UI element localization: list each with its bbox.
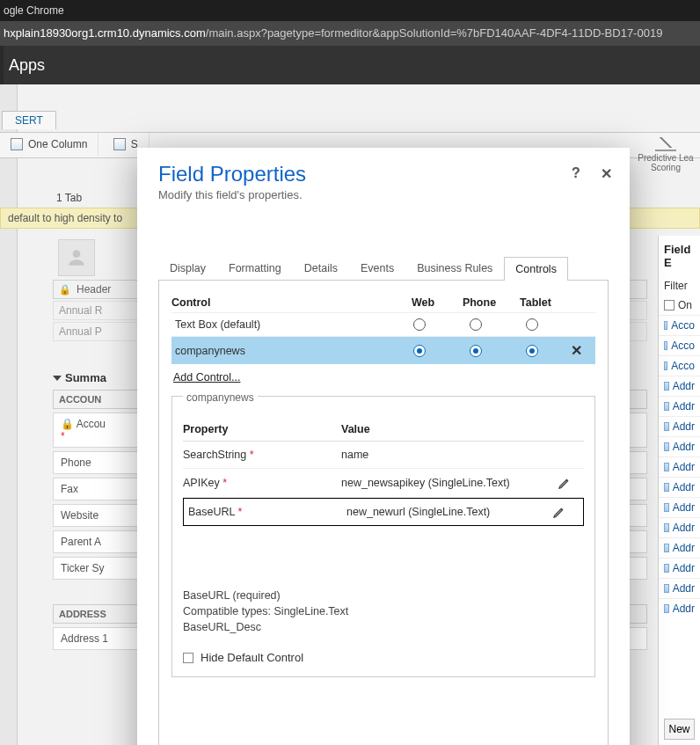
close-icon[interactable]: ✕ — [598, 165, 614, 181]
radio-phone[interactable] — [470, 345, 482, 357]
col-value: Value — [341, 423, 558, 435]
edit-icon[interactable] — [552, 505, 579, 519]
radio-tablet[interactable] — [526, 345, 538, 357]
property-row-apikey[interactable]: APIKey * new_newsapikey (SingleLine.Text… — [183, 469, 584, 498]
property-name: SearchString * — [183, 449, 341, 461]
edit-icon[interactable] — [558, 476, 584, 490]
property-value: new_newurl (SingleLine.Text) — [346, 506, 552, 518]
dialog-tab-row: Display Formatting Details Events Busine… — [158, 256, 609, 281]
address-bar[interactable]: hxplain18930org1.crm10.dynamics.com/main… — [0, 21, 700, 46]
desc-line-3: BaseURL_Desc — [183, 619, 584, 635]
tab-events[interactable]: Events — [349, 256, 405, 280]
dialog-title: Field Properties — [158, 162, 609, 186]
tab-display[interactable]: Display — [158, 256, 217, 280]
radio-tablet[interactable] — [526, 318, 538, 331]
chrome-title: ogle Chrome — [0, 0, 700, 21]
col-web: Web — [395, 296, 451, 309]
radio-phone[interactable] — [470, 318, 482, 331]
tab-details[interactable]: Details — [293, 256, 349, 280]
property-row-searchstring[interactable]: SearchString * name — [183, 442, 584, 469]
help-icon[interactable]: ? — [568, 165, 584, 181]
radio-web[interactable] — [413, 318, 426, 331]
property-name: APIKey * — [183, 477, 341, 489]
hide-default-control-checkbox[interactable]: Hide Default Control — [183, 651, 584, 664]
control-row-textbox[interactable]: Text Box (default) — [171, 312, 595, 336]
property-frame: companynews Property Value SearchString … — [171, 396, 595, 677]
desc-line-2: Compatible types: SingleLine.Text — [183, 603, 584, 619]
checkbox-icon — [183, 653, 193, 663]
property-value: name — [341, 449, 558, 461]
tab-formatting[interactable]: Formatting — [217, 256, 293, 280]
col-control: Control — [171, 296, 395, 309]
url-path: /main.aspx?pagetype=formeditor&appSoluti… — [206, 26, 663, 40]
property-row-baseurl[interactable]: BaseURL * new_newurl (SingleLine.Text) — [183, 498, 584, 526]
hide-default-label: Hide Default Control — [201, 651, 303, 664]
tab-business-rules[interactable]: Business Rules — [405, 256, 504, 280]
add-control-link[interactable]: Add Control... — [171, 364, 242, 391]
url-host: hxplain18930org1.crm10.dynamics.com — [4, 26, 206, 40]
radio-web[interactable] — [413, 345, 426, 357]
app-bar-title[interactable]: Apps — [0, 46, 700, 84]
desc-line-1: BaseURL (required) — [183, 588, 584, 603]
property-caption: companynews — [183, 391, 258, 404]
col-property: Property — [183, 423, 341, 435]
property-description: BaseURL (required) Compatible types: Sin… — [183, 588, 584, 635]
control-name: Text Box (default) — [175, 318, 391, 331]
col-tablet: Tablet — [507, 296, 564, 309]
control-name: companynews — [175, 345, 391, 357]
property-value: new_newsapikey (SingleLine.Text) — [341, 477, 558, 489]
tab-controls[interactable]: Controls — [504, 257, 568, 281]
property-name: BaseURL * — [188, 506, 346, 518]
field-properties-dialog: Field Properties Modify this field's pro… — [137, 148, 630, 745]
remove-control-button[interactable]: ✕ — [560, 342, 592, 359]
control-header-row: Control Web Phone Tablet — [171, 293, 595, 312]
col-phone: Phone — [451, 296, 507, 309]
dialog-subtitle: Modify this field's properties. — [158, 188, 609, 201]
property-header-row: Property Value — [183, 418, 584, 442]
control-row-companynews[interactable]: companynews ✕ — [171, 336, 595, 364]
